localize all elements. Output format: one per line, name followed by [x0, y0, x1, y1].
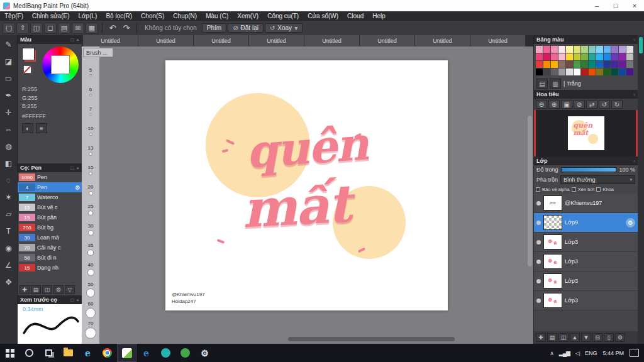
palette-color-swatch[interactable] — [596, 53, 603, 60]
redo-icon[interactable]: ↷ — [120, 23, 133, 34]
brush-list-item[interactable]: 15 Bút vẽ c ⚙ — [18, 202, 82, 212]
eraser-tool-icon[interactable]: ◪ — [1, 53, 16, 69]
eyedropper-tool-icon[interactable]: ◉ — [1, 240, 16, 256]
brush-size-option[interactable]: 40 — [87, 263, 94, 282]
document-tab[interactable]: Untitled — [415, 35, 470, 47]
layer-up-icon[interactable]: ▲ — [570, 333, 580, 342]
palette-color-swatch[interactable] — [611, 53, 618, 60]
layer-row[interactable]: Lớp3 ⚙ — [534, 252, 638, 272]
menu-item[interactable]: Cửa sổ(W) — [303, 13, 343, 19]
palette-color-swatch[interactable] — [589, 53, 596, 60]
palette-color-swatch[interactable] — [596, 61, 603, 68]
pen-tool-icon[interactable]: ✒ — [1, 87, 16, 103]
brush-list-item[interactable]: 1000 Pen ⚙ — [18, 172, 82, 182]
duplicate-layer-icon[interactable]: ◫ — [558, 333, 569, 342]
select-tool-icon[interactable]: ▭ — [1, 70, 16, 86]
clipping-checkbox[interactable] — [572, 187, 576, 192]
snap-grid-icon[interactable]: ▦ — [86, 23, 98, 34]
maximize-button[interactable]: □ — [606, 0, 625, 11]
palette-color-swatch[interactable] — [596, 46, 603, 53]
menu-item[interactable]: Xem(V) — [233, 13, 263, 19]
layer-settings-icon[interactable]: ⚙ — [615, 333, 625, 342]
brush-settings-gear-icon[interactable]: ⚙ — [75, 184, 80, 191]
menu-item[interactable]: Chụp(N) — [169, 13, 201, 19]
fill-tool-icon[interactable]: ◍ — [1, 138, 16, 154]
color-slider-mode-icon[interactable]: ≡ — [36, 123, 47, 133]
layer-visibility-toggle[interactable] — [536, 240, 541, 244]
brush-size-option[interactable]: 7 — [89, 107, 92, 126]
brush-list-item[interactable]: 70 Cải này c ⚙ — [18, 243, 82, 253]
palette-color-swatch[interactable] — [604, 61, 611, 68]
document-tab[interactable]: Untitled — [194, 35, 248, 47]
ruler-tool-icon[interactable]: ∠ — [1, 257, 16, 273]
palette-color-swatch[interactable] — [574, 53, 580, 60]
panel-collapse-icon[interactable]: ▫ — [633, 37, 635, 43]
palette-color-swatch[interactable] — [566, 53, 573, 60]
palette-color-swatch[interactable] — [619, 53, 626, 60]
menu-item[interactable]: Chọn(S) — [136, 13, 169, 19]
palette-color-swatch[interactable] — [611, 46, 618, 53]
transparent-color-swatch[interactable] — [23, 65, 31, 74]
palette-color-swatch[interactable] — [543, 61, 550, 68]
menu-item[interactable]: Help — [368, 13, 390, 19]
flip-horizontal-icon[interactable]: ⇄ — [586, 100, 597, 109]
palette-color-swatch[interactable] — [558, 46, 565, 53]
document-tab[interactable]: Untitled — [360, 35, 414, 47]
brush-size-option[interactable]: 20 — [88, 185, 94, 204]
palette-color-swatch[interactable] — [558, 69, 565, 75]
brush-size-option[interactable]: 50 — [86, 282, 95, 302]
brush-size-option[interactable]: 30 — [88, 224, 94, 243]
delete-brush-icon[interactable]: ▽ — [65, 285, 75, 294]
move-tool-icon[interactable]: ✛ — [1, 104, 16, 120]
layer-row[interactable]: Lớp3 ⚙ — [534, 233, 638, 252]
new-canvas-icon[interactable]: ▢ — [3, 23, 15, 34]
document-tab[interactable]: Untitled — [249, 35, 304, 47]
brush-size-option[interactable]: 35 — [87, 243, 94, 263]
document-tab[interactable]: Untitled — [83, 35, 138, 47]
brush-size-option[interactable]: 70 — [85, 321, 96, 341]
palette-color-swatch[interactable] — [581, 69, 588, 75]
palette-color-swatch[interactable] — [626, 61, 633, 68]
palette-color-swatch[interactable] — [536, 53, 543, 60]
layer-visibility-toggle[interactable] — [536, 299, 541, 303]
palette-color-swatch[interactable] — [566, 69, 573, 75]
brush-size-option[interactable]: 13 — [88, 146, 94, 165]
menu-item[interactable]: Công cụ(T) — [263, 13, 303, 19]
palette-color-swatch[interactable] — [551, 61, 558, 68]
teal-app-icon[interactable] — [156, 344, 175, 362]
palette-color-swatch[interactable] — [589, 46, 596, 53]
blend-mode-dropdown[interactable]: Bình thường ▾ — [560, 175, 635, 184]
start-button[interactable] — [0, 344, 19, 362]
brush-list-item[interactable]: 7 Waterco ⚙ — [18, 192, 82, 202]
brush-size-option[interactable]: 60 — [86, 302, 96, 321]
zoom-reset-icon[interactable]: ⊘ — [574, 100, 585, 109]
palette-color-swatch[interactable] — [566, 46, 573, 53]
palette-color-swatch[interactable] — [566, 61, 573, 68]
brush-tool-icon[interactable]: ✎ — [1, 36, 16, 52]
green-app-icon[interactable] — [175, 344, 195, 362]
brush-settings-icon[interactable]: ⚙ — [53, 285, 64, 294]
foreground-color-swatch[interactable] — [22, 48, 35, 60]
file-explorer-icon[interactable] — [58, 344, 78, 362]
help-comment-icon[interactable]: ◻ — [44, 23, 57, 34]
undo-icon[interactable]: ↶ — [106, 23, 119, 34]
layer-row[interactable]: Lớp3 ⚙ — [534, 272, 638, 291]
lock-checkbox[interactable] — [596, 187, 601, 192]
color-wheel[interactable] — [42, 47, 79, 83]
palette-color-swatch[interactable] — [626, 69, 633, 75]
menu-item[interactable]: Tệp(F) — [0, 13, 28, 19]
panel-float-icon[interactable]: □ — [70, 165, 74, 171]
menu-item[interactable]: Lớp(L) — [74, 13, 102, 19]
panel-close-icon[interactable]: × — [76, 297, 79, 303]
layer-visibility-toggle[interactable] — [536, 260, 541, 264]
text-tool-icon[interactable]: T — [1, 223, 16, 239]
layer-down-icon[interactable]: ▼ — [581, 333, 591, 342]
brush-size-option[interactable]: 10 — [88, 126, 94, 146]
rotate-ccw-icon[interactable]: ↺ — [599, 100, 610, 109]
palette-color-swatch[interactable] — [536, 46, 543, 53]
document-tab[interactable]: Untitled — [470, 35, 525, 47]
document-tab[interactable]: Untitled — [138, 35, 193, 47]
palette-color-swatch[interactable] — [611, 61, 618, 68]
color-wheel-mode-icon[interactable]: ◐ — [22, 123, 33, 133]
layer-row[interactable]: @Khiemvu197 ⚙ — [534, 194, 638, 213]
